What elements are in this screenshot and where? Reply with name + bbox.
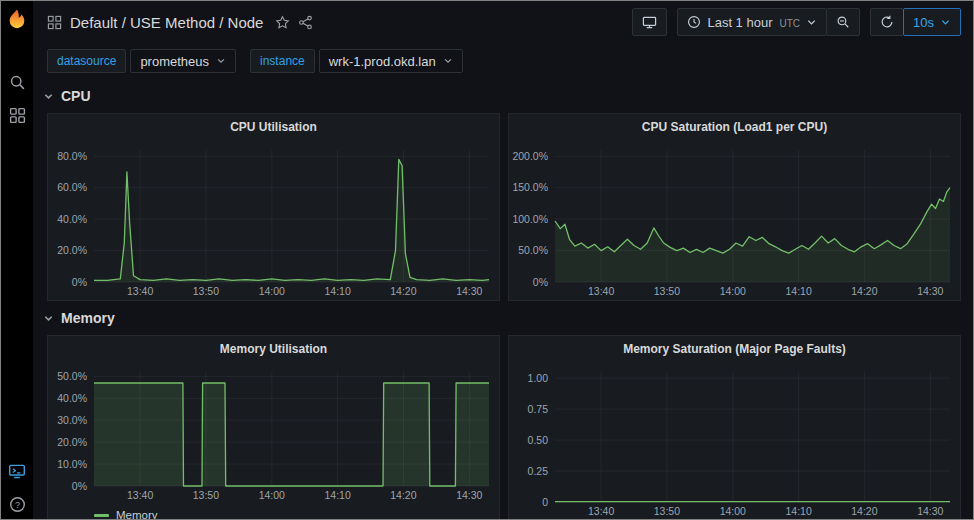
memory-utilisation-chart: 13:4013:5014:0014:1014:2014:300%10.0%20.… <box>48 362 499 504</box>
chevron-down-icon <box>940 17 951 28</box>
svg-text:13:50: 13:50 <box>654 285 680 297</box>
chart-svg: 13:4013:5014:0014:1014:2014:3000.250.500… <box>509 362 960 520</box>
svg-text:20.0%: 20.0% <box>57 436 87 448</box>
cpu-saturation-chart: 13:4013:5014:0014:1014:2014:300%50.0%100… <box>509 140 960 300</box>
svg-text:14:20: 14:20 <box>390 489 416 501</box>
datasource-value: prometheus <box>140 54 209 69</box>
svg-text:0%: 0% <box>533 276 548 288</box>
time-picker-group: Last 1 hour UTC <box>677 8 860 36</box>
sidebar: ? <box>1 1 33 519</box>
memory-saturation-chart: 13:4013:5014:0014:1014:2014:3000.250.500… <box>509 362 960 520</box>
svg-text:13:50: 13:50 <box>193 285 219 297</box>
svg-text:14:00: 14:00 <box>720 505 746 517</box>
svg-text:14:30: 14:30 <box>917 505 943 517</box>
svg-text:14:10: 14:10 <box>324 285 350 297</box>
variable-instance: instance wrk-1.prod.okd.lan <box>250 49 463 73</box>
row-title: CPU <box>61 88 91 104</box>
breadcrumb[interactable]: Default / USE Method / Node <box>70 14 263 31</box>
svg-text:14:30: 14:30 <box>917 285 943 297</box>
legend-swatch <box>94 514 109 517</box>
svg-text:14:30: 14:30 <box>456 285 482 297</box>
svg-text:0.50: 0.50 <box>528 434 549 446</box>
svg-text:50.0%: 50.0% <box>57 370 87 382</box>
svg-text:40.0%: 40.0% <box>57 213 87 225</box>
svg-text:40.0%: 40.0% <box>57 392 87 404</box>
variable-datasource: datasource prometheus <box>47 49 236 73</box>
svg-text:14:20: 14:20 <box>851 285 877 297</box>
svg-text:50.0%: 50.0% <box>518 244 548 256</box>
svg-text:20.0%: 20.0% <box>57 244 87 256</box>
share-icon[interactable] <box>298 15 313 30</box>
topnav-actions: Last 1 hour UTC <box>632 8 961 36</box>
row-title: Memory <box>61 310 115 326</box>
svg-text:13:50: 13:50 <box>654 505 680 517</box>
svg-text:200.0%: 200.0% <box>512 150 548 162</box>
svg-text:30.0%: 30.0% <box>57 414 87 426</box>
legend-label[interactable]: Memory <box>116 509 158 520</box>
chart-svg: 13:4013:5014:0014:1014:2014:300%10.0%20.… <box>48 362 499 504</box>
instance-value: wrk-1.prod.okd.lan <box>329 54 436 69</box>
chevron-down-icon <box>216 56 226 66</box>
chart-svg: 13:4013:5014:0014:1014:2014:300%20.0%40.… <box>48 140 499 300</box>
variable-label: instance <box>250 49 315 73</box>
chart-svg: 13:4013:5014:0014:1014:2014:300%50.0%100… <box>509 140 960 300</box>
svg-text:10.0%: 10.0% <box>57 458 87 470</box>
refresh-interval-label: 10s <box>913 15 934 30</box>
refresh-button[interactable] <box>870 8 904 36</box>
svg-text:14:30: 14:30 <box>456 489 482 501</box>
timezone-label: UTC <box>779 18 800 29</box>
search-icon[interactable] <box>9 74 26 91</box>
grafana-window: ? Default / USE Method / Node <box>0 0 974 520</box>
svg-text:100.0%: 100.0% <box>512 213 548 225</box>
svg-text:14:20: 14:20 <box>390 285 416 297</box>
panel-cpu-utilisation: CPU Utilisation 13:4013:5014:0014:1014:2… <box>47 113 500 301</box>
svg-text:14:10: 14:10 <box>785 285 811 297</box>
row-header-cpu[interactable]: CPU <box>33 79 973 113</box>
panel-title[interactable]: CPU Saturation (Load1 per CPU) <box>509 114 960 140</box>
svg-text:13:40: 13:40 <box>588 285 614 297</box>
time-range-label: Last 1 hour <box>707 15 772 30</box>
cpu-utilisation-chart: 13:4013:5014:0014:1014:2014:300%20.0%40.… <box>48 140 499 300</box>
top-navbar: Default / USE Method / Node <box>33 1 973 43</box>
refresh-interval-button[interactable]: 10s <box>903 8 961 36</box>
svg-text:13:40: 13:40 <box>588 505 614 517</box>
variables-submenu: datasource prometheus instance wrk-1.pro… <box>33 43 973 79</box>
star-icon[interactable] <box>275 15 290 30</box>
svg-text:13:50: 13:50 <box>193 489 219 501</box>
zoom-out-icon <box>836 15 850 29</box>
help-icon[interactable]: ? <box>9 496 26 513</box>
panel-memory-utilisation: Memory Utilisation 13:4013:5014:0014:101… <box>47 335 500 520</box>
svg-text:150.0%: 150.0% <box>512 181 548 193</box>
chevron-down-icon <box>43 91 54 102</box>
instance-select[interactable]: wrk-1.prod.okd.lan <box>319 49 463 73</box>
panel-cpu-saturation: CPU Saturation (Load1 per CPU) 13:4013:5… <box>508 113 961 301</box>
row-header-memory[interactable]: Memory <box>33 301 973 335</box>
panel-title[interactable]: Memory Utilisation <box>48 336 499 362</box>
dashboards-icon[interactable] <box>9 107 26 124</box>
console-app-icon[interactable] <box>8 462 26 480</box>
monitor-icon <box>642 15 657 30</box>
svg-text:13:40: 13:40 <box>127 285 153 297</box>
time-range-button[interactable]: Last 1 hour UTC <box>677 8 827 36</box>
svg-text:14:00: 14:00 <box>259 489 285 501</box>
svg-text:0.25: 0.25 <box>528 465 549 477</box>
panel-memory-saturation: Memory Saturation (Major Page Faults) 13… <box>508 335 961 520</box>
chevron-down-icon <box>806 17 817 28</box>
chevron-down-icon <box>43 313 54 324</box>
panel-legend: Memory <box>48 504 499 520</box>
svg-text:0.75: 0.75 <box>528 403 549 415</box>
memory-panels-row: Memory Utilisation 13:4013:5014:0014:101… <box>33 335 973 520</box>
refresh-group: 10s <box>870 8 961 36</box>
datasource-select[interactable]: prometheus <box>130 49 236 73</box>
svg-text:14:00: 14:00 <box>720 285 746 297</box>
panel-title[interactable]: Memory Saturation (Major Page Faults) <box>509 336 960 362</box>
cpu-panels-row: CPU Utilisation 13:4013:5014:0014:1014:2… <box>33 113 973 301</box>
svg-text:1.00: 1.00 <box>528 372 549 384</box>
grafana-logo-icon[interactable] <box>6 8 28 34</box>
dashboard-grid-icon <box>47 15 62 30</box>
panel-title[interactable]: CPU Utilisation <box>48 114 499 140</box>
tv-mode-button[interactable] <box>632 8 667 36</box>
svg-text:14:10: 14:10 <box>324 489 350 501</box>
svg-text:0%: 0% <box>72 276 87 288</box>
zoom-out-button[interactable] <box>826 8 860 36</box>
